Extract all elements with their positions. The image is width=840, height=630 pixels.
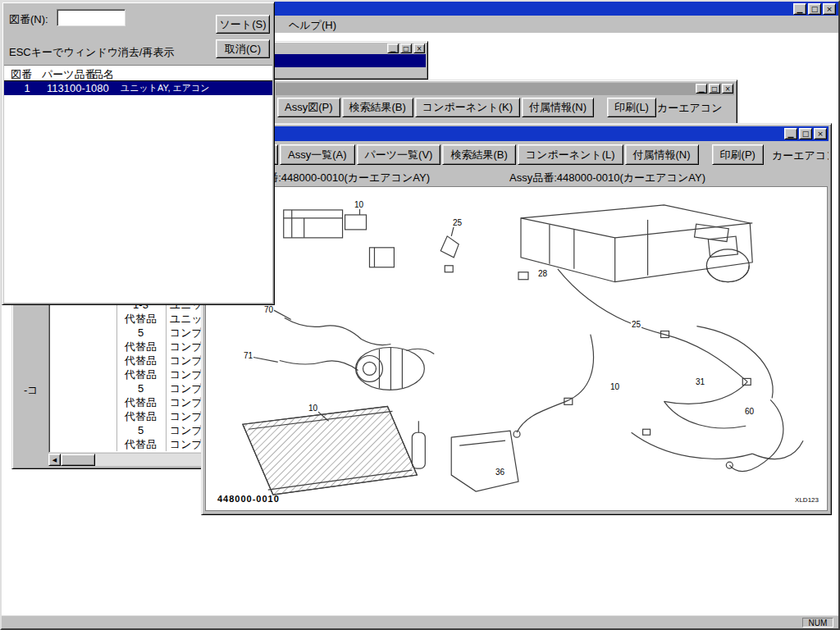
zuban-search-dialog: 図番(N): ソート(S) ESCキーでウィンドウ消去/再表示 取消(C) 図番… — [2, 2, 275, 305]
zuban-input[interactable] — [57, 9, 126, 26]
status-bar: NUM — [2, 615, 838, 628]
toolbar-button[interactable]: 検索結果(B) — [442, 144, 515, 165]
num-lock-indicator: NUM — [802, 618, 833, 628]
parts-list-row[interactable]: 代替品 コンプレ — [49, 354, 202, 368]
header-name: 品名 — [93, 67, 114, 82]
parts-list: 1-3 ユニット 代替品 ユニットA 5 コンプレ 代替品 コンプレ — [48, 297, 203, 453]
minimize-icon: ▁ — [390, 45, 395, 52]
part-number-label[interactable]: 60 — [744, 407, 755, 416]
parts-list-row[interactable]: 5 コンプレ — [49, 423, 202, 437]
mw-close-button[interactable]: × — [722, 84, 733, 94]
close-icon: × — [817, 130, 824, 138]
drawing-number: 448000-0010 — [217, 494, 280, 504]
sort-button[interactable]: ソート(S) — [216, 15, 270, 34]
maximize-icon: □ — [802, 130, 810, 138]
zuban-result-list: 図番 パーツ品番 品名 1 113100-1080 ユニットAY, エアコン — [4, 65, 272, 303]
parts-list-row[interactable]: 5 コンプレ — [49, 326, 202, 340]
inactive-titlebar: ▁ □ × — [276, 83, 734, 95]
toolbar-button[interactable]: コンポーネント(L) — [518, 144, 623, 165]
header-part-no: パーツ品番 — [42, 67, 96, 82]
esc-hint-text: ESCキーでウィンドウ消去/再表示 — [9, 45, 174, 60]
part-number-label[interactable]: 28 — [537, 269, 548, 278]
menu-help[interactable]: ヘルプ(H) — [285, 18, 340, 33]
parts-list-window: -コ 1-3 ユニット 代替品 ユニットA 5 コンプレ — [11, 294, 207, 469]
parts-list-row[interactable]: 代替品 コンプレ — [49, 368, 202, 381]
cancel-button[interactable]: 取消(C) — [216, 39, 270, 58]
fw-maximize-button[interactable]: □ — [799, 128, 812, 139]
part-number-label[interactable]: 36 — [495, 468, 505, 477]
maximize-icon: □ — [403, 45, 409, 52]
horizontal-scrollbar[interactable]: ◀ — [48, 454, 203, 466]
toolbar-button[interactable]: 付属情報(N) — [522, 98, 594, 117]
parts-list-row[interactable]: 代替品 コンプレ — [49, 395, 202, 409]
parts-diagram-window: ▁ □ × カーエアコン Assy一覧(A) パーツ一覧(V) 検索結果(B) … — [201, 123, 832, 515]
toolbar-button[interactable]: 付属情報(N) — [625, 144, 699, 165]
toolbar-button[interactable]: Assy一覧(A) — [280, 144, 355, 165]
minimize-icon: ▁ — [699, 85, 704, 93]
parts-list-row[interactable]: 代替品 コンプレ — [49, 437, 202, 451]
parts-list-row[interactable]: 代替品 コンプレ — [49, 409, 202, 423]
part-number-label[interactable]: 10 — [609, 382, 620, 391]
arrow-left-icon: ◀ — [52, 457, 57, 463]
toolbar-button[interactable]: 検索結果(B) — [342, 98, 413, 117]
context-label: カーエアコン — [657, 101, 723, 116]
maximize-icon: □ — [811, 5, 819, 13]
desktop-screen: ▁ □ × ヘルプ(H) ▁ □ × -コ 1-3 ユニット 代 — [0, 0, 840, 630]
scrollbar-thumb[interactable] — [61, 454, 95, 466]
part-number-label[interactable]: 25 — [631, 320, 641, 329]
toolbar-button[interactable]: 印刷(L) — [607, 98, 656, 117]
toolbar-button[interactable]: コンポーネント(K) — [415, 98, 520, 117]
result-list-header: 図番 パーツ品番 品名 — [4, 66, 272, 81]
part-number-label[interactable]: 71 — [243, 351, 253, 360]
tree-node-fragment[interactable]: -コ — [24, 383, 39, 398]
mw-toolbar: カーエアコン Assy図(P) 検索結果(B) コンポーネント(K) 付属情報(… — [276, 96, 734, 119]
fw-close-button[interactable]: × — [814, 128, 827, 139]
main-minimize-button[interactable]: ▁ — [793, 3, 806, 15]
assy-info-bar: Assy品番:448000-0010(カーエアコンAY) Assy品番:4480… — [204, 168, 829, 185]
mw-maximize-button[interactable]: □ — [709, 84, 720, 94]
minimize-icon: ▁ — [788, 130, 794, 138]
sheet-code: XLD123 — [795, 496, 819, 504]
bg-minimize-button[interactable]: ▁ — [387, 43, 399, 53]
active-titlebar: ▁ □ × — [204, 126, 829, 141]
close-icon: × — [826, 5, 833, 13]
assy-info-right: Assy品番:448000-0010(カーエアコンAY) — [509, 171, 705, 185]
parts-list-row[interactable]: 代替品 ユニットA — [49, 312, 202, 326]
part-number-label[interactable]: 31 — [695, 377, 705, 386]
toolbar-button[interactable]: Assy図(P) — [277, 98, 340, 117]
result-rows: 1 113100-1080 ユニットAY, エアコン — [4, 81, 272, 95]
diagram-canvas: 10 25 28 70 25 71 31 10 10 60 — [205, 186, 828, 511]
bg-maximize-button[interactable]: □ — [400, 43, 412, 53]
context-label: カーエアコン — [772, 148, 829, 163]
maximize-icon: □ — [711, 85, 718, 93]
fw-toolbar: カーエアコン Assy一覧(A) パーツ一覧(V) 検索結果(B) コンポーネン… — [204, 143, 829, 167]
part-number-label[interactable]: 70 — [263, 305, 274, 314]
part-number-label[interactable]: 10 — [354, 200, 364, 209]
mw-minimize-button[interactable]: ▁ — [696, 84, 707, 94]
toolbar-button[interactable]: パーツ一覧(V) — [357, 144, 441, 165]
part-number-label[interactable]: 25 — [452, 218, 463, 227]
main-close-button[interactable]: × — [823, 3, 836, 15]
bg-close-button[interactable]: × — [413, 43, 425, 53]
zuban-field-label: 図番(N): — [9, 12, 48, 27]
part-number-label[interactable]: 10 — [308, 404, 318, 413]
header-zuban: 図番 — [11, 67, 32, 82]
parts-list-row[interactable]: 代替品 コンプレ — [49, 340, 202, 354]
minimize-icon: ▁ — [797, 5, 803, 13]
close-icon: × — [417, 45, 422, 52]
result-row[interactable]: 1 113100-1080 ユニットAY, エアコン — [4, 81, 272, 95]
scroll-left-button[interactable]: ◀ — [48, 454, 61, 466]
main-maximize-button[interactable]: □ — [808, 3, 821, 15]
parts-list-row[interactable]: 5 コンプレ — [49, 381, 202, 395]
toolbar-button[interactable]: 印刷(P) — [712, 144, 764, 165]
close-icon: × — [725, 85, 731, 93]
parts-diagram — [206, 187, 827, 510]
fw-minimize-button[interactable]: ▁ — [784, 128, 797, 139]
